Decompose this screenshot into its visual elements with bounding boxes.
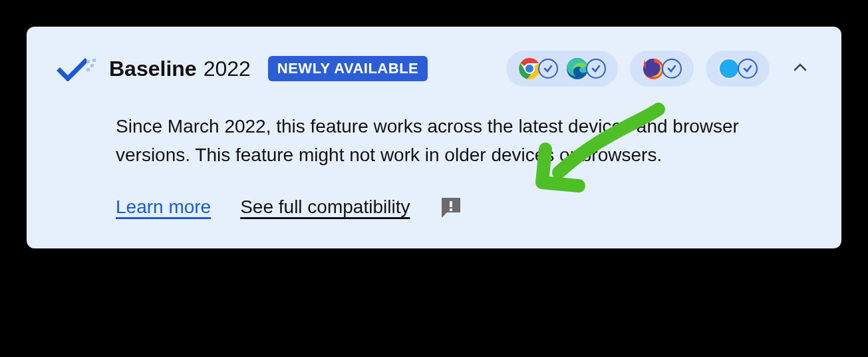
browser-safari [718, 57, 758, 80]
card-body: Since March 2022, this feature works acr… [56, 112, 812, 219]
chrome-icon [518, 57, 541, 80]
firefox-icon [642, 57, 664, 80]
svg-rect-18 [450, 201, 452, 207]
availability-badge: NEWLY AVAILABLE [268, 56, 428, 81]
edge-icon [566, 57, 589, 80]
browser-support-list [506, 51, 770, 87]
svg-rect-1 [90, 64, 94, 67]
support-check-icon [586, 59, 606, 79]
safari-icon [718, 57, 740, 80]
svg-rect-19 [450, 208, 452, 211]
title-label: Baseline [109, 57, 197, 81]
browser-edge [566, 57, 606, 80]
baseline-check-icon [56, 56, 97, 81]
support-check-icon [538, 59, 558, 79]
links-row: Learn more See full compatibility [116, 195, 772, 219]
feedback-icon[interactable] [439, 195, 463, 219]
description-text: Since March 2022, this feature works acr… [116, 112, 772, 170]
svg-point-6 [525, 65, 533, 73]
svg-rect-2 [86, 68, 90, 71]
support-check-icon [662, 59, 682, 79]
collapse-toggle[interactable] [788, 57, 812, 80]
learn-more-link[interactable]: Learn more [116, 196, 211, 218]
full-compatibility-link[interactable]: See full compatibility [240, 196, 410, 218]
support-check-icon [738, 59, 758, 79]
browser-group-firefox [630, 51, 694, 87]
card-header: Baseline 2022 NEWLY AVAILABLE [56, 51, 812, 87]
browser-firefox [642, 57, 682, 80]
svg-rect-0 [86, 60, 90, 63]
title-year: 2022 [204, 57, 251, 81]
browser-group-chromium [506, 51, 618, 87]
browser-chrome [518, 57, 558, 80]
svg-rect-3 [92, 59, 96, 62]
browser-group-safari [706, 51, 770, 87]
baseline-card: Baseline 2022 NEWLY AVAILABLE [27, 27, 841, 248]
title-group: Baseline 2022 [109, 57, 251, 81]
